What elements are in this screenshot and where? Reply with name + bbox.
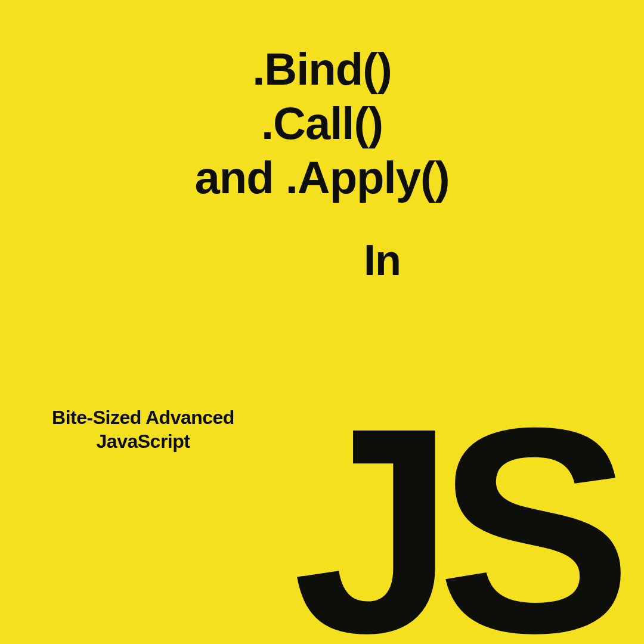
heading-line-2: .Call() xyxy=(0,96,644,150)
js-logo: JS xyxy=(293,399,614,644)
in-text: In xyxy=(364,236,401,284)
subtitle-line-2: JavaScript xyxy=(39,429,247,453)
heading-line-1: .Bind() xyxy=(0,42,644,96)
heading-block: .Bind() .Call() and .Apply() xyxy=(0,42,644,205)
heading-line-3: and .Apply() xyxy=(0,150,644,205)
subtitle-block: Bite-Sized Advanced JavaScript xyxy=(39,405,247,453)
poster-container: .Bind() .Call() and .Apply() In Bite-Siz… xyxy=(0,0,644,644)
subtitle-line-1: Bite-Sized Advanced xyxy=(39,405,247,429)
